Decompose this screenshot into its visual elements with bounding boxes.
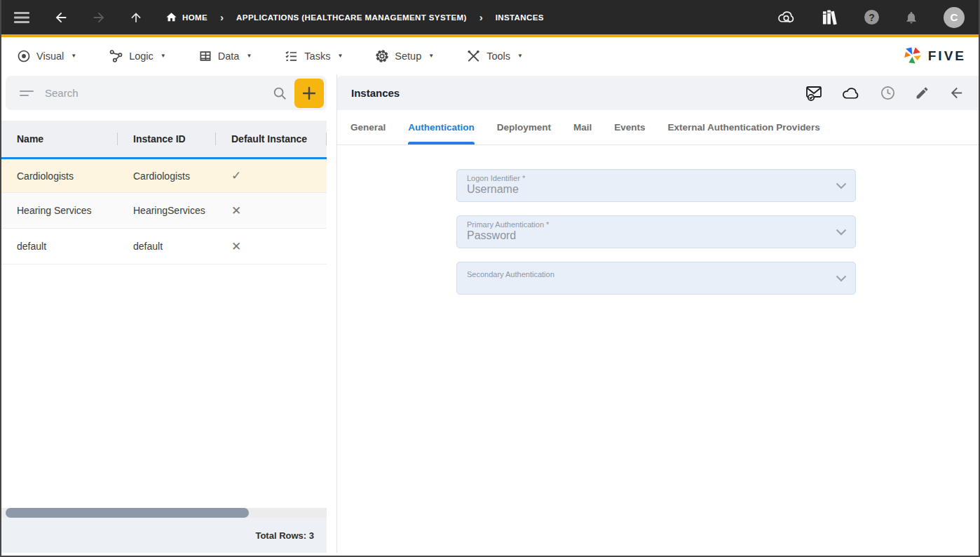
tab-general[interactable]: General [351, 110, 386, 145]
chevron-down-icon [836, 275, 847, 282]
tab-external-auth-providers[interactable]: External Authentication Providers [668, 110, 820, 145]
breadcrumb-home[interactable]: HOME [165, 11, 207, 23]
column-header-default-instance[interactable]: Default Instance [216, 133, 327, 145]
filter-icon[interactable] [17, 86, 38, 101]
logic-flow-icon [109, 49, 123, 63]
menu-setup[interactable]: Setup ▼ [375, 49, 434, 63]
top-navigation-bar: HOME › APPLICATIONS (HEALTHCARE MANAGEME… [1, 0, 979, 37]
chevron-down-icon: ▼ [337, 53, 343, 59]
history-clock-icon[interactable] [878, 83, 897, 102]
check-icon: ✓ [216, 168, 327, 183]
table-row-cardiologists[interactable]: Cardiologists Cardiologists ✓ [1, 157, 327, 193]
horizontal-scrollbar-thumb[interactable] [6, 508, 249, 518]
field-label: Secondary Authentication [467, 270, 827, 278]
column-header-instance-id[interactable]: Instance ID [118, 133, 216, 145]
notifications-bell-icon[interactable] [900, 6, 923, 29]
search-icon[interactable] [269, 83, 290, 104]
authentication-form: Logon Identifier * Username Primary Auth… [337, 145, 979, 308]
secondary-authentication-select[interactable]: Secondary Authentication [456, 262, 856, 295]
documentation-books-icon[interactable] [817, 5, 843, 30]
table-header-row: Name Instance ID Default Instance [1, 121, 327, 157]
menu-toolbar: Visual ▼ Logic ▼ Data ▼ Tasks ▼ Setup ▼ [1, 37, 979, 74]
user-avatar[interactable]: C [939, 3, 969, 32]
column-header-name[interactable]: Name [1, 133, 118, 145]
logon-identifier-select[interactable]: Logon Identifier * Username [456, 169, 856, 202]
menu-visual[interactable]: Visual ▼ [17, 49, 76, 63]
hamburger-menu-icon[interactable] [10, 8, 34, 27]
five-logo: FIVE [904, 46, 966, 66]
five-pinwheel-icon [904, 46, 923, 66]
home-icon [165, 11, 177, 23]
tools-icon [466, 49, 481, 63]
table-row-hearing-services[interactable]: Hearing Services HearingServices ✕ [1, 193, 327, 229]
primary-authentication-select[interactable]: Primary Authentication * Password [456, 215, 856, 248]
chevron-down-icon [836, 182, 847, 189]
breadcrumb-instances[interactable]: INSTANCES [496, 13, 544, 22]
brand-wordmark: FIVE [928, 48, 966, 64]
help-icon[interactable]: ? [860, 6, 883, 29]
menu-data[interactable]: Data ▼ [198, 49, 252, 63]
breadcrumb-applications[interactable]: APPLICATIONS (HEALTHCARE MANAGEMENT SYST… [236, 13, 467, 22]
breadcrumb-home-label: HOME [182, 13, 207, 22]
field-value: Username [467, 183, 827, 196]
table-row-default[interactable]: default default ✕ [1, 229, 327, 264]
gear-icon [375, 49, 389, 63]
chevron-right-icon: › [477, 11, 486, 23]
field-value: Password [467, 229, 827, 242]
instance-detail-panel: Instances [336, 74, 979, 553]
breadcrumb: HOME › APPLICATIONS (HEALTHCARE MANAGEME… [165, 11, 544, 23]
detail-tabs: General Authentication Deployment Mail E… [337, 110, 979, 145]
checklist-icon [284, 49, 299, 63]
table-icon [198, 49, 212, 63]
chevron-down-icon: ▼ [517, 53, 523, 59]
total-rows-label: Total Rows: 3 [255, 530, 314, 541]
detail-header: Instances [337, 76, 979, 110]
table-empty-area [1, 264, 327, 508]
field-label: Primary Authentication * [467, 220, 827, 229]
mail-check-icon[interactable] [803, 83, 824, 104]
panel-gutter [327, 74, 336, 553]
chevron-down-icon: ▼ [428, 53, 434, 59]
up-arrow-icon[interactable] [125, 6, 147, 29]
collapse-back-arrow-icon[interactable] [947, 83, 966, 102]
add-instance-button[interactable] [294, 79, 324, 108]
chevron-right-icon: › [217, 11, 226, 23]
tab-mail[interactable]: Mail [573, 110, 592, 145]
plus-icon [302, 86, 316, 100]
search-bar [6, 76, 327, 110]
instances-table: Name Instance ID Default Instance Cardio… [1, 121, 327, 553]
tab-events[interactable]: Events [614, 110, 645, 145]
edit-pencil-icon[interactable] [913, 84, 931, 102]
tab-deployment[interactable]: Deployment [497, 110, 551, 145]
forward-arrow-icon[interactable] [87, 6, 111, 29]
menu-tools[interactable]: Tools ▼ [466, 49, 523, 63]
x-icon: ✕ [216, 203, 327, 218]
chevron-down-icon [836, 229, 847, 236]
instances-list-panel: Name Instance ID Default Instance Cardio… [1, 74, 327, 553]
menu-tasks[interactable]: Tasks ▼ [284, 49, 343, 63]
x-icon: ✕ [216, 239, 327, 254]
chevron-down-icon: ▼ [161, 53, 166, 59]
cloud-icon[interactable] [841, 84, 862, 102]
tab-authentication[interactable]: Authentication [408, 110, 475, 145]
horizontal-scrollbar-track[interactable] [1, 508, 327, 518]
visibility-icon [17, 49, 31, 63]
page-title: Instances [351, 87, 400, 99]
chevron-down-icon: ▼ [246, 53, 252, 59]
field-label: Logon Identifier * [467, 174, 827, 182]
search-input[interactable] [38, 87, 269, 99]
back-arrow-icon[interactable] [49, 6, 73, 29]
cloud-search-icon[interactable] [773, 6, 801, 29]
menu-logic[interactable]: Logic ▼ [109, 49, 166, 63]
table-footer: Total Rows: 3 [1, 518, 327, 553]
chevron-down-icon: ▼ [71, 53, 76, 59]
